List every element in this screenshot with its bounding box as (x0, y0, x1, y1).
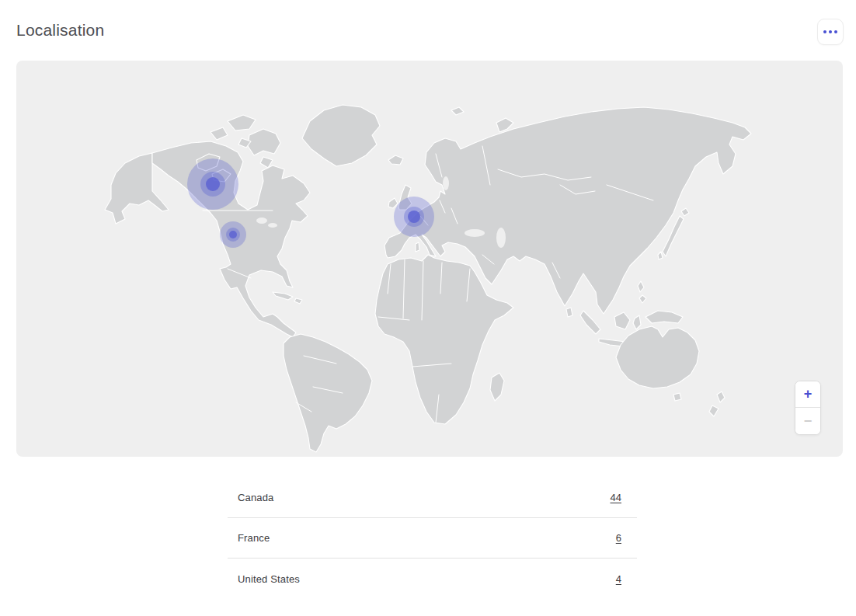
landmass-sulawesi[interactable] (633, 315, 641, 329)
world-map[interactable] (16, 61, 843, 457)
country-label: France (238, 532, 270, 544)
landmass-greenland[interactable] (302, 105, 380, 166)
ellipsis-icon (823, 30, 826, 33)
landmass-sumatra[interactable] (580, 311, 600, 334)
landmass-south-america[interactable] (284, 334, 372, 452)
landmass-philippines[interactable] (639, 295, 646, 303)
landmass-baffin-island[interactable] (248, 129, 280, 155)
country-stats-table: Canada44France6United States4 (228, 478, 637, 599)
country-label: Canada (238, 492, 273, 503)
zoom-in-button[interactable]: + (795, 381, 820, 408)
landmasses[interactable] (105, 105, 751, 452)
landmass-japan[interactable] (681, 208, 689, 216)
more-options-button[interactable] (817, 19, 844, 45)
map-marker-united-states[interactable] (220, 221, 246, 248)
landmass-new-zealand[interactable] (709, 405, 719, 416)
baltic-sea (443, 176, 449, 190)
landmass-sardinia[interactable] (416, 242, 419, 252)
map-marker-circle (229, 231, 237, 238)
map-marker-circle (408, 211, 420, 223)
landmass-svalbard[interactable] (451, 107, 464, 115)
country-label: United States (238, 573, 300, 585)
landmass-cuba[interactable] (273, 292, 293, 300)
landmass-ireland[interactable] (388, 198, 398, 208)
table-row: United States4 (228, 559, 637, 599)
page-title: Localisation (16, 21, 104, 40)
landmass-new-zealand[interactable] (717, 392, 725, 402)
caspian-sea (496, 228, 506, 248)
ellipsis-icon (834, 30, 837, 33)
world-map-panel: + − (16, 61, 843, 457)
landmass-tasmania[interactable] (673, 393, 681, 401)
map-zoom-control: + − (795, 381, 821, 435)
map-marker-circle (206, 177, 220, 191)
landmass-madagascar[interactable] (490, 373, 504, 401)
landmass-taiwan[interactable] (658, 252, 663, 259)
great-lakes (256, 218, 267, 224)
landmass-borneo[interactable] (614, 312, 630, 329)
map-marker-canada[interactable] (187, 158, 238, 210)
landmass-iceland[interactable] (388, 155, 403, 165)
table-row: Canada44 (228, 478, 637, 518)
landmass-hispaniola[interactable] (294, 298, 302, 304)
country-count-link[interactable]: 44 (611, 492, 621, 503)
ellipsis-icon (829, 30, 832, 33)
great-lakes (268, 223, 277, 228)
landmass-arctic-islands[interactable] (228, 115, 256, 131)
black-sea (465, 229, 485, 237)
landmass-sri-lanka[interactable] (566, 308, 572, 317)
landmass-arctic-islands[interactable] (211, 127, 228, 140)
zoom-out-button[interactable]: − (795, 408, 820, 434)
table-row: France6 (228, 518, 637, 559)
country-count-link[interactable]: 4 (616, 573, 621, 585)
landmass-australia[interactable] (616, 326, 699, 388)
map-marker-france[interactable] (394, 197, 434, 237)
landmass-new-guinea[interactable] (645, 311, 683, 323)
landmass-philippines[interactable] (638, 281, 644, 292)
country-count-link[interactable]: 6 (616, 532, 621, 544)
